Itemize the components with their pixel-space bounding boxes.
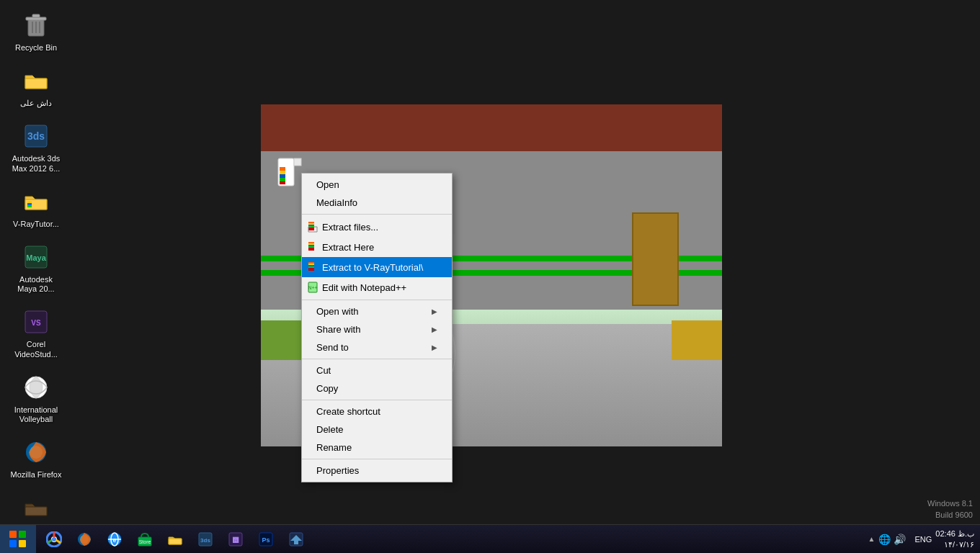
taskbar-3dsmax[interactable]: 3ds [191,526,220,552]
context-menu-share-with[interactable]: Share with ▶ [302,320,452,338]
context-menu-extract-to[interactable]: Extract to V-RayTutorial\ [302,257,452,277]
context-menu-send-to-label: Send to [316,342,432,353]
desktop-icon-autodesk-3ds[interactable]: 3ds Autodesk 3ds Max 2012 6... [7,118,65,176]
taskbar-store[interactable]: Store [130,526,159,552]
taskbar-app-ps3ds[interactable]: 🅰 [221,526,250,552]
desktop: Recycle Bin داش على 3ds Autodesk 3ds Max… [0,0,980,553]
svg-rect-34 [308,242,314,243]
notepadpp-icon: N++ [306,281,319,294]
svg-text:N++: N++ [308,285,317,290]
clock-time: 02:46 ب.ظ [935,529,974,539]
svg-rect-11 [27,201,32,203]
svg-text:🅰: 🅰 [233,536,239,544]
svg-rect-36 [308,245,314,246]
svg-rect-13 [27,205,32,207]
folder2-icon [21,493,51,523]
separator-4 [302,400,452,400]
desktop-icon-dash-ali[interactable]: داش على [7,63,65,111]
context-menu-mediainfo[interactable]: MediaInfo [302,194,452,212]
svg-text:VS: VS [31,319,41,327]
context-menu-create-shortcut-label: Create shortcut [316,406,437,417]
svg-rect-6 [25,78,47,89]
svg-text:3ds: 3ds [27,130,45,142]
tray-expand[interactable]: ▲ [868,535,876,543]
svg-text:3ds: 3ds [200,537,210,544]
svg-text:Maya: Maya [26,253,46,262]
context-menu-copy[interactable]: Copy [302,379,452,397]
taskbar-language[interactable]: ENG [912,535,936,544]
folder-icon [21,66,51,96]
svg-rect-24 [280,167,285,171]
taskbar: e Store 3ds [0,524,980,553]
vray-tutorial-label: V-RayTutor... [13,220,59,229]
svg-rect-26 [280,174,285,178]
context-menu-open-with[interactable]: Open with ▶ [302,302,452,320]
desktop-icon-autodesk-maya[interactable]: Maya Autodesk Maya 20... [7,239,65,297]
svg-rect-33 [308,228,314,230]
logo-q2 [19,531,26,538]
logo-q1 [9,531,17,538]
context-menu-extract-files[interactable]: Extract files... [302,217,452,237]
taskbar-tray: ▲ 🌐 🔊 [863,534,912,545]
svg-rect-31 [308,225,314,226]
svg-text:Ps: Ps [262,536,270,544]
scene-roof [261,104,722,158]
volleyball-label: International Volleyball [10,405,62,424]
svg-rect-69 [294,541,298,544]
recycle-bin-icon [21,10,51,40]
svg-rect-25 [280,171,285,174]
svg-rect-29 [308,222,314,223]
svg-rect-30 [308,223,314,225]
windows-build-info: Windows 8.1 Build 9600 [927,498,973,521]
logo-q4 [19,540,26,547]
taskbar-photoshop[interactable]: Ps [251,526,280,552]
autodesk-3ds-label: Autodesk 3ds Max 2012 6... [10,154,62,173]
context-menu-open-label: Open [316,179,437,190]
svg-rect-23 [294,158,301,166]
context-menu-open-with-label: Open with [316,306,432,317]
desktop-icon-volleyball[interactable]: International Volleyball [7,369,65,427]
context-menu-properties[interactable]: Properties [302,462,452,480]
autodesk-maya-label: Autodesk Maya 20... [10,275,62,294]
clock-date: ۱۴/۰۷/۱۶ [935,539,974,549]
svg-rect-27 [280,178,285,181]
context-menu-edit-notepadpp[interactable]: N++ Edit with Notepad++ [302,277,452,297]
desktop-icon-recycle-bin[interactable]: Recycle Bin [7,7,65,55]
taskbar-apps: e Store 3ds [36,526,863,552]
context-menu-create-shortcut[interactable]: Create shortcut [302,403,452,421]
context-menu-rename[interactable]: Rename [302,439,452,457]
context-menu-copy-label: Copy [316,383,437,394]
context-menu-delete-label: Delete [316,424,437,435]
context-menu-edit-notepadpp-label: Edit with Notepad++ [322,282,437,293]
context-menu-extract-here[interactable]: Extract Here [302,237,452,257]
firefox-label: Mozilla Firefox [11,470,62,480]
send-to-arrow: ▶ [432,343,437,351]
desktop-icon-vray-tutorial[interactable]: V-RayTutor... [7,184,65,232]
windows-build: Build 9600 [927,510,973,521]
tray-volume[interactable]: 🔊 [894,534,906,545]
context-menu-cut[interactable]: Cut [302,361,452,379]
context-menu-rename-label: Rename [316,442,437,453]
taskbar-ie[interactable]: e [100,526,129,552]
svg-rect-40 [308,264,314,265]
start-button[interactable] [0,525,36,554]
taskbar-explorer[interactable] [161,526,190,552]
volleyball-icon [21,372,51,403]
context-menu-open[interactable]: Open [302,176,452,194]
svg-rect-43 [308,268,314,271]
tray-network: 🌐 [878,534,891,545]
taskbar-chrome[interactable] [40,526,68,552]
taskbar-app-home[interactable] [282,526,311,552]
context-menu-send-to[interactable]: Send to ▶ [302,338,452,356]
desktop-icon-firefox[interactable]: Mozilla Firefox [7,434,65,482]
svg-point-48 [52,537,56,541]
svg-line-51 [48,540,52,543]
svg-rect-35 [308,243,314,245]
taskbar-clock[interactable]: 02:46 ب.ظ ۱۴/۰۷/۱۶ [935,529,980,549]
context-menu-properties-label: Properties [316,465,437,476]
taskbar-firefox[interactable] [70,526,99,552]
firefox-icon [21,437,51,467]
svg-text:Store: Store [139,539,151,544]
desktop-icon-corel[interactable]: VS Corel VideoStud... [7,304,65,361]
context-menu-delete[interactable]: Delete [302,421,452,439]
